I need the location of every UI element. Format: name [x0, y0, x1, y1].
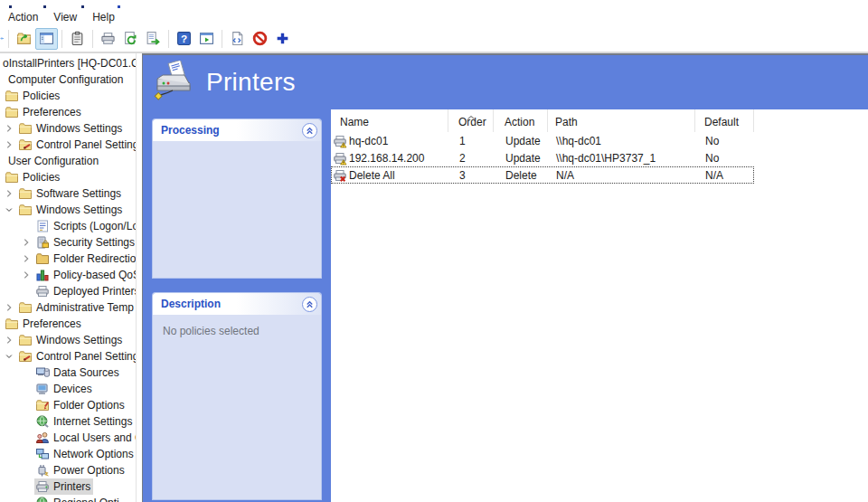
tree-item-body[interactable]: Security Settings	[34, 234, 137, 251]
collapse-chevron-icon[interactable]	[302, 297, 317, 312]
printer-row-hq-dc01[interactable]: hq-dc011Update\\hq-dc01No	[331, 132, 754, 149]
tree-item-body[interactable]: Data Sources	[34, 365, 122, 381]
expand-chevron-icon[interactable]	[5, 334, 17, 346]
tree-item-body[interactable]: Software Settings	[17, 185, 124, 202]
add-icon[interactable]	[271, 28, 294, 50]
tree-item-internet-settings[interactable]: Internet Settings	[0, 413, 136, 430]
tree-item-body[interactable]: Folder Options	[34, 397, 127, 413]
tree-item-control-panel-setting[interactable]: Control Panel Setting	[0, 137, 136, 153]
tree-item-preferences[interactable]: Preferences	[0, 316, 136, 332]
folder-up-icon[interactable]	[13, 28, 35, 50]
processing-panel-header[interactable]: Processing	[153, 119, 321, 141]
printer-name: hq-dc01	[349, 135, 388, 147]
tree-item-policy-based-qos[interactable]: Policy-based QoS	[0, 267, 136, 283]
back-icon[interactable]	[0, 28, 5, 50]
page-code-icon[interactable]	[226, 28, 249, 50]
tree-item-preferences[interactable]: Preferences	[0, 104, 136, 120]
refresh-icon[interactable]	[119, 28, 142, 50]
tree-item-network-options[interactable]: Network Options	[0, 446, 136, 462]
tree-item-body[interactable]: Internet Settings	[34, 413, 135, 430]
export-list-icon[interactable]	[142, 28, 165, 50]
tree-item-security-settings[interactable]: Security Settings	[0, 234, 136, 251]
tree-item-body[interactable]: Windows Settings	[17, 332, 125, 348]
console-tree-pane[interactable]: oInstallPrinters [HQ-DC01.CCComputer Con…	[0, 53, 137, 502]
expand-chevron-icon[interactable]	[5, 187, 17, 200]
tree-item-deployed-printers[interactable]: Deployed Printers	[0, 283, 136, 299]
block-icon[interactable]	[249, 28, 271, 50]
collapse-chevron-icon[interactable]	[5, 204, 17, 216]
collapse-chevron-icon[interactable]	[5, 350, 17, 363]
tree-item-policies[interactable]: Policies	[0, 88, 136, 104]
clipboard-icon[interactable]	[66, 28, 89, 50]
description-panel-header[interactable]: Description	[153, 293, 321, 315]
menu-view[interactable]: View	[46, 9, 85, 25]
tree-item-user-configuration[interactable]: User Configuration	[0, 153, 136, 169]
column-header-default[interactable]: Default	[695, 109, 754, 132]
expand-chevron-icon[interactable]	[22, 236, 34, 249]
expand-chevron-icon[interactable]	[5, 138, 17, 151]
expand-chevron-icon[interactable]	[5, 122, 17, 135]
column-header-order[interactable]: Order	[448, 109, 494, 132]
tree-item-folder-options[interactable]: Folder Options	[0, 397, 136, 413]
tree-item-body[interactable]: Policy-based QoS	[34, 267, 137, 283]
tree-item-devices[interactable]: Devices	[0, 381, 136, 397]
cell-path: N/A	[549, 169, 696, 182]
column-header-path[interactable]: Path	[548, 109, 695, 132]
tree-item-body[interactable]: User Configuration	[7, 154, 101, 168]
tree-item-body[interactable]: Computer Configuration	[7, 72, 126, 87]
folder-icon	[5, 317, 19, 331]
tree-item-body[interactable]: Network Options	[34, 446, 137, 462]
tree-item-body[interactable]: Scripts (Logon/Lo	[34, 218, 137, 234]
tree-item-body[interactable]: Administrative Temp	[17, 299, 137, 316]
tree-item-body[interactable]: Regional Opti	[34, 495, 122, 502]
tree-item-regional-opti[interactable]: Regional Opti	[0, 495, 136, 502]
tree-item-windows-settings[interactable]: Windows Settings	[0, 120, 136, 137]
tree-item-windows-settings[interactable]: Windows Settings	[0, 332, 136, 348]
tree-item-body[interactable]: Policies	[4, 169, 62, 185]
tree-item-body[interactable]: Preferences	[4, 104, 84, 120]
tree-item-body[interactable]: Devices	[34, 381, 95, 397]
tree-item-body[interactable]: Control Panel Setting	[17, 348, 137, 365]
tree-item-label: Preferences	[23, 317, 81, 330]
printer-row-192-168-14-200[interactable]: 192.168.14.2002Update\\hq-dc01\HP3737_1N…	[331, 149, 754, 166]
tree-item-body[interactable]: Control Panel Setting	[17, 137, 137, 153]
expand-chevron-icon[interactable]	[22, 269, 34, 281]
printer-row-delete-all[interactable]: Delete All3DeleteN/AN/A	[331, 166, 754, 184]
tree-item-body[interactable]: oInstallPrinters [HQ-DC01.CC	[2, 56, 137, 71]
collapse-chevron-icon[interactable]	[302, 123, 317, 138]
expand-chevron-icon[interactable]	[22, 252, 34, 265]
console-tree-icon[interactable]	[35, 28, 58, 50]
show-window-icon[interactable]	[195, 28, 218, 50]
tree-item-folder-redirectio[interactable]: Folder Redirectio	[0, 251, 136, 267]
tree-item-policies[interactable]: Policies	[0, 169, 136, 185]
tree-item-power-options[interactable]: Power Options	[0, 462, 136, 478]
help-icon[interactable]: ?	[173, 28, 195, 50]
tree-item-body[interactable]: Power Options	[34, 462, 127, 478]
tree-item-administrative-temp[interactable]: Administrative Temp	[0, 299, 136, 316]
tree-item-computer-configuration[interactable]: Computer Configuration	[0, 71, 136, 88]
tree-item-body[interactable]: Local Users and G	[34, 430, 137, 446]
column-header-name[interactable]: Name	[331, 109, 448, 132]
tree-item-windows-settings[interactable]: Windows Settings	[0, 202, 136, 218]
tree-item-label: Data Sources	[53, 366, 119, 379]
tree-item-body[interactable]: Deployed Printers	[34, 283, 137, 299]
tree-item-local-users-and-g[interactable]: Local Users and G	[0, 430, 136, 446]
tree-item-control-panel-setting[interactable]: Control Panel Setting	[0, 348, 136, 365]
tree-item-scripts-logon-lo[interactable]: Scripts (Logon/Lo	[0, 218, 136, 234]
tree-item-body[interactable]: Printers	[34, 478, 93, 495]
tree-item-body[interactable]: Policies	[4, 88, 62, 104]
column-header-action[interactable]: Action	[494, 109, 548, 132]
expand-chevron-icon[interactable]	[5, 301, 17, 314]
print-icon[interactable]	[97, 28, 119, 50]
tree-item-data-sources[interactable]: Data Sources	[0, 365, 136, 381]
tree-item-body[interactable]: Preferences	[4, 316, 84, 332]
tree-item-body[interactable]: Windows Settings	[17, 202, 125, 218]
menu-help[interactable]: Help	[85, 9, 123, 25]
tree-item-software-settings[interactable]: Software Settings	[0, 185, 136, 202]
data-sources-icon	[35, 365, 50, 380]
tree-item-body[interactable]: Folder Redirectio	[34, 251, 137, 267]
menu-action[interactable]: Action	[1, 9, 46, 25]
tree-item-oinstallprinters-hq-dc01-cc[interactable]: oInstallPrinters [HQ-DC01.CC	[0, 55, 136, 71]
tree-item-body[interactable]: Windows Settings	[17, 120, 125, 137]
tree-item-printers[interactable]: Printers	[0, 478, 136, 495]
